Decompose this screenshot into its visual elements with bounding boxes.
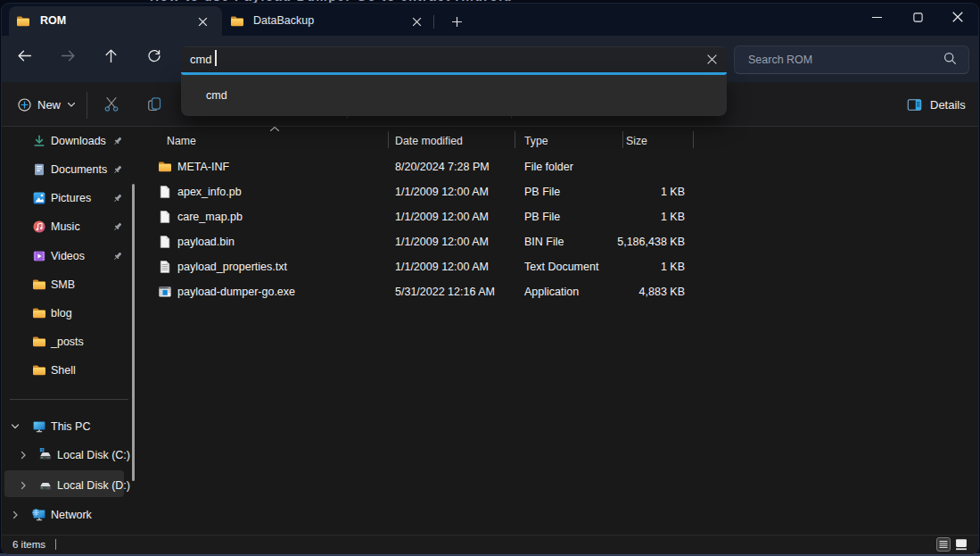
pin-icon — [112, 164, 123, 175]
tab-databackup[interactable]: DataBackup — [223, 6, 433, 36]
file-size: 1 KB — [572, 179, 685, 204]
forward-button[interactable] — [53, 40, 83, 71]
back-button[interactable] — [9, 40, 39, 71]
sidebar-item-this-pc[interactable]: This PC — [2, 413, 134, 440]
close-icon — [197, 16, 209, 28]
file-date: 1/1/2009 12:00 AM — [395, 179, 489, 204]
tab-rom[interactable]: ROM — [9, 6, 222, 36]
file-row[interactable]: payload_properties.txt 1/1/2009 12:00 AM… — [144, 254, 733, 279]
column-separator[interactable] — [388, 131, 389, 148]
sidebar-item-label: Videos — [51, 250, 85, 262]
list-view-icon — [939, 540, 948, 549]
sidebar-item-downloads[interactable]: Downloads — [2, 128, 134, 154]
refresh-icon — [147, 48, 161, 62]
details-pane-icon — [907, 97, 922, 112]
chevron-down-icon — [11, 422, 20, 431]
file-row[interactable]: payload-dumper-go.exe 5/31/2022 12:16 AM… — [144, 279, 733, 304]
column-separator[interactable] — [515, 131, 515, 148]
exe-icon — [158, 285, 172, 299]
new-button-label: New — [37, 98, 61, 112]
address-bar[interactable] — [181, 46, 727, 73]
folder-icon — [32, 363, 46, 378]
tab-label: ROM — [40, 6, 66, 36]
toolbar-separator — [86, 92, 87, 119]
file-name: care_map.pb — [177, 204, 243, 229]
file-row[interactable]: care_map.pb 1/1/2009 12:00 AM PB File 1 … — [144, 204, 733, 229]
sidebar-item-label: Downloads — [51, 135, 106, 147]
new-tab-button[interactable] — [444, 9, 469, 34]
file-icon — [158, 185, 172, 199]
file-row[interactable]: payload.bin 1/1/2009 12:00 AM BIN File 5… — [144, 229, 733, 254]
file-date: 8/20/2024 7:28 PM — [395, 154, 490, 179]
maximize-icon — [913, 12, 923, 22]
sidebar-item-local-disk-c[interactable]: Local Disk (C:) — [2, 442, 134, 469]
column-separator[interactable] — [622, 131, 623, 148]
file-type: File folder — [524, 154, 573, 179]
chevron-right-icon — [19, 481, 28, 490]
suggestion-item[interactable]: cmd — [181, 75, 727, 116]
videos-icon — [32, 249, 46, 263]
up-button[interactable] — [95, 40, 126, 71]
copy-icon — [146, 96, 162, 112]
column-header-date-modified[interactable]: Date modified — [395, 132, 463, 150]
pin-icon — [112, 136, 123, 146]
pin-icon — [112, 251, 123, 261]
column-header-size[interactable]: Size — [626, 132, 647, 150]
search-placeholder: Search ROM — [748, 46, 812, 74]
folder-icon — [32, 335, 46, 349]
sidebar-item-smb[interactable]: SMB — [2, 271, 134, 298]
arrow-left-icon — [17, 48, 32, 63]
music-icon — [32, 220, 46, 234]
file-type: Application — [524, 279, 579, 304]
sidebar-item-posts[interactable]: _posts — [2, 328, 134, 355]
file-name: payload-dumper-go.exe — [177, 279, 295, 304]
sidebar-item-shell[interactable]: Shell — [2, 357, 134, 384]
column-separator[interactable] — [693, 131, 694, 148]
clear-icon — [706, 54, 718, 65]
disk-d-icon — [38, 478, 53, 493]
column-header-name[interactable]: Name — [167, 132, 196, 150]
tab-close-button[interactable] — [407, 12, 426, 31]
minimize-button[interactable] — [856, 4, 897, 30]
column-header-type[interactable]: Type — [524, 132, 548, 150]
view-details-button[interactable] — [936, 537, 951, 552]
sidebar-item-label: Documents — [51, 163, 107, 176]
sidebar-item-pictures[interactable]: Pictures — [2, 185, 134, 212]
close-icon — [411, 16, 423, 28]
close-button[interactable] — [937, 4, 978, 30]
plus-icon — [451, 16, 463, 28]
sidebar-separator — [10, 399, 128, 400]
arrow-up-icon — [103, 48, 119, 63]
background-window-text: How to use Payload Dumper Go to extract … — [150, 0, 515, 3]
refresh-button[interactable] — [139, 40, 169, 71]
view-thumbnails-button[interactable] — [954, 537, 968, 552]
cut-button[interactable] — [95, 89, 128, 120]
sidebar-item-videos[interactable]: Videos — [2, 243, 134, 270]
pictures-icon — [32, 191, 46, 205]
address-clear-button[interactable] — [701, 49, 722, 71]
file-date: 1/1/2009 12:00 AM — [395, 229, 489, 254]
sidebar-item-local-disk-d[interactable]: Local Disk (D:) — [2, 472, 134, 499]
pin-icon — [112, 193, 123, 203]
file-size: 1 KB — [572, 204, 685, 229]
file-name: META-INF — [177, 154, 229, 179]
maximize-button[interactable] — [897, 4, 938, 30]
sidebar-item-network[interactable]: Network — [2, 502, 134, 528]
sidebar-item-label: _posts — [51, 336, 84, 348]
file-icon — [158, 235, 172, 249]
sidebar-item-label: Music — [51, 220, 80, 233]
folder-icon — [230, 14, 244, 29]
sidebar-item-documents[interactable]: Documents — [2, 156, 134, 183]
copy-button[interactable] — [138, 89, 170, 120]
new-button[interactable]: New — [11, 89, 83, 120]
sidebar-item-music[interactable]: Music — [2, 213, 134, 240]
sidebar-item-label: SMB — [51, 278, 75, 291]
sidebar-item-blog[interactable]: blog — [2, 300, 134, 327]
file-type: BIN File — [524, 229, 564, 254]
downloads-icon — [32, 134, 46, 148]
details-button[interactable]: Details — [907, 89, 966, 120]
tab-close-button[interactable] — [193, 12, 212, 31]
file-row[interactable]: META-INF 8/20/2024 7:28 PM File folder — [144, 154, 733, 179]
file-row[interactable]: apex_info.pb 1/1/2009 12:00 AM PB File 1… — [144, 179, 733, 204]
text-caret — [215, 50, 217, 66]
